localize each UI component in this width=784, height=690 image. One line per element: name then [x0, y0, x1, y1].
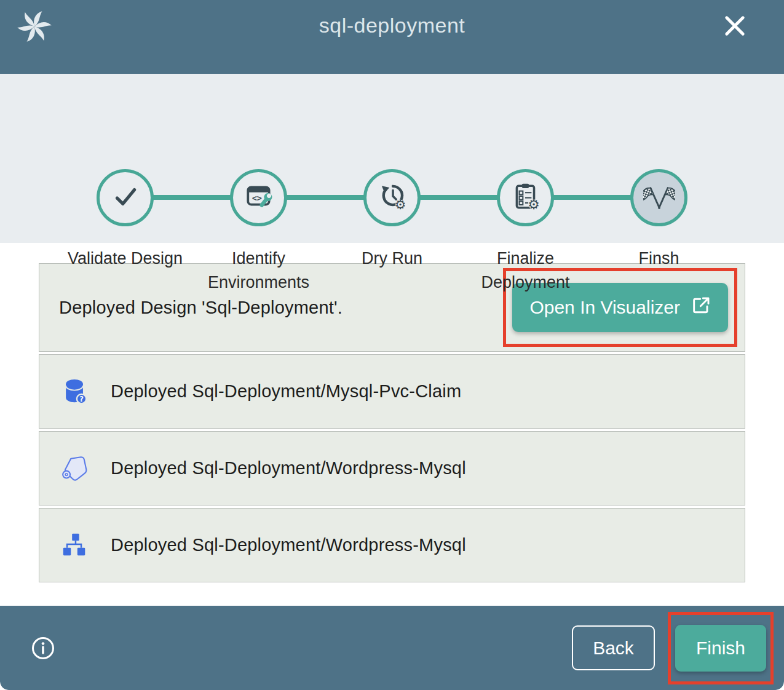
svg-text:?: ?	[79, 394, 84, 403]
step-label: Finsh	[638, 247, 679, 271]
open-in-visualizer-label: Open In Visualizer	[529, 297, 680, 318]
code-configure-icon: <>	[244, 181, 274, 215]
close-icon[interactable]	[721, 12, 748, 39]
step-label: Finalize Deployment	[465, 247, 585, 295]
results-panel: Deployed Design 'Sql-Deployment'. Open I…	[0, 243, 784, 606]
step-circle: ⚙	[363, 169, 421, 226]
step-label: Validate Design	[68, 247, 183, 271]
step-circle	[97, 169, 154, 226]
step-validate-design[interactable]: Validate Design	[58, 169, 192, 295]
svg-text:<>: <>	[251, 193, 261, 203]
deployed-resource-text: Deployed Sql-Deployment/Wordpress-Mysql	[111, 458, 466, 478]
modal-title: sql-deployment	[0, 14, 784, 38]
annotation-highlight-finish: Finish	[668, 612, 774, 684]
step-identify-environments[interactable]: <> Identify Environments	[192, 169, 325, 295]
deployed-resource-text: Deployed Sql-Deployment/Mysql-Pvc-Claim	[111, 381, 461, 402]
modal-footer: Back Finish	[0, 606, 784, 690]
deployed-resource-row: Deployed Sql-Deployment/Wordpress-Mysql	[39, 431, 745, 506]
finish-button[interactable]: Finish	[675, 625, 766, 672]
step-label: Dry Run	[362, 247, 422, 271]
pentagon-badge-icon	[61, 454, 89, 483]
svg-text:⚙: ⚙	[528, 197, 540, 212]
external-link-icon	[691, 296, 711, 320]
step-circle	[630, 169, 687, 226]
clipboard-gear-icon: ⚙	[510, 181, 541, 215]
svg-text:⚙: ⚙	[394, 197, 406, 212]
deployed-resource-text: Deployed Sql-Deployment/Wordpress-Mysql	[111, 535, 466, 555]
step-finalize-deployment[interactable]: ⚙ Finalize Deployment	[459, 169, 592, 295]
back-button[interactable]: Back	[572, 625, 655, 670]
finish-flags-icon	[643, 181, 675, 215]
check-icon	[110, 181, 141, 215]
database-question-icon: ?	[61, 378, 89, 406]
deployed-design-text: Deployed Design 'Sql-Deployment'.	[59, 298, 343, 318]
step-label: Identify Environments	[199, 247, 319, 295]
modal-header: sql-deployment	[0, 0, 784, 74]
deployment-stepper: Validate Design <>	[0, 74, 784, 243]
step-finish[interactable]: Finsh	[592, 169, 726, 295]
history-gear-icon: ⚙	[377, 181, 408, 215]
step-circle: <>	[230, 169, 287, 226]
step-dry-run[interactable]: ⚙ Dry Run	[325, 169, 459, 295]
step-circle: ⚙	[497, 169, 554, 226]
deployed-resource-row: ? Deployed Sql-Deployment/Mysql-Pvc-Clai…	[39, 354, 745, 429]
info-icon[interactable]	[31, 636, 55, 660]
hierarchy-icon	[61, 531, 89, 560]
deployment-modal: sql-deployment Validate Design	[0, 0, 784, 690]
deployed-resource-row: Deployed Sql-Deployment/Wordpress-Mysql	[39, 508, 745, 582]
